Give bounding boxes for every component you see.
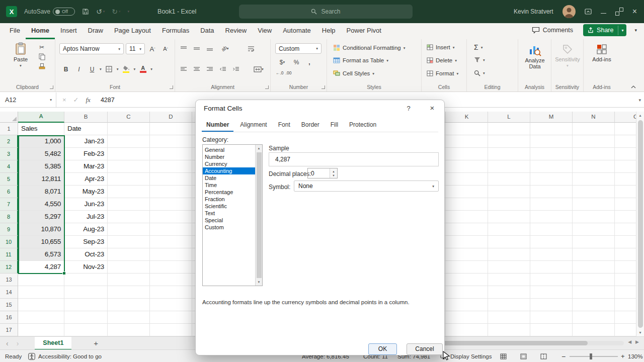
tab-formulas[interactable]: Formulas bbox=[156, 24, 195, 39]
cell-N3[interactable] bbox=[573, 148, 615, 160]
font-name-select[interactable]: Aptos Narrow▾ bbox=[59, 43, 124, 54]
cell-K12[interactable] bbox=[446, 261, 488, 274]
cell-N16[interactable] bbox=[573, 311, 615, 324]
cell-M7[interactable] bbox=[530, 198, 573, 211]
clipboard-dialog-launcher-icon[interactable] bbox=[50, 85, 53, 89]
cell-O3[interactable] bbox=[615, 148, 636, 160]
cell-B9[interactable]: Aug-23 bbox=[64, 223, 108, 236]
tab-file[interactable]: File bbox=[4, 24, 26, 39]
align-middle-button[interactable] bbox=[191, 44, 202, 53]
scroll-thumb[interactable] bbox=[257, 152, 262, 278]
cell-O4[interactable] bbox=[615, 160, 636, 173]
cell-D6[interactable] bbox=[150, 186, 192, 198]
cell-A13[interactable] bbox=[18, 274, 64, 286]
analyze-data-button[interactable]: Analyze Data bbox=[521, 43, 548, 69]
font-dialog-launcher-icon[interactable] bbox=[170, 85, 173, 89]
next-sheet-icon[interactable]: › bbox=[15, 339, 21, 347]
row-header-7[interactable]: 7 bbox=[0, 198, 18, 211]
cell-B15[interactable] bbox=[64, 299, 108, 311]
cell-C16[interactable] bbox=[108, 311, 150, 324]
scroll-down-icon[interactable]: ▼ bbox=[638, 329, 642, 336]
collapse-ribbon-button[interactable] bbox=[631, 85, 636, 88]
redo-button[interactable]: ↻▾ bbox=[112, 8, 120, 16]
column-header-K[interactable]: K bbox=[446, 112, 488, 123]
cell-N6[interactable] bbox=[573, 186, 615, 198]
scroll-up-icon[interactable]: ▲ bbox=[258, 145, 261, 152]
scroll-down-icon[interactable]: ▼ bbox=[258, 279, 261, 286]
cell-D14[interactable] bbox=[150, 286, 192, 299]
cell-K6[interactable] bbox=[446, 186, 488, 198]
cell-C15[interactable] bbox=[108, 299, 150, 311]
vertical-scroll-thumb[interactable] bbox=[638, 120, 643, 328]
cell-C1[interactable] bbox=[108, 123, 150, 135]
ok-button[interactable]: OK bbox=[368, 343, 397, 355]
dialog-tab-border[interactable]: Border bbox=[297, 119, 324, 132]
cell-A4[interactable]: 5,385 bbox=[18, 160, 64, 173]
cut-button[interactable]: ✂ bbox=[36, 42, 47, 52]
row-header-13[interactable]: 13 bbox=[0, 274, 18, 286]
conditional-formatting-button[interactable]: Conditional Formatting▾ bbox=[333, 44, 405, 51]
dialog-tab-fill[interactable]: Fill bbox=[326, 119, 343, 132]
cell-N8[interactable] bbox=[573, 211, 615, 223]
cell-D7[interactable] bbox=[150, 198, 192, 211]
alignment-dialog-launcher-icon[interactable] bbox=[265, 85, 269, 89]
cell-M17[interactable] bbox=[530, 324, 573, 336]
cell-D9[interactable] bbox=[150, 223, 192, 236]
cell-L13[interactable] bbox=[488, 274, 530, 286]
cell-K4[interactable] bbox=[446, 160, 488, 173]
column-header-M[interactable]: M bbox=[530, 112, 573, 123]
cell-B8[interactable]: Jul-23 bbox=[64, 211, 108, 223]
scroll-up-icon[interactable]: ▲ bbox=[638, 112, 642, 119]
cell-L6[interactable] bbox=[488, 186, 530, 198]
cell-C10[interactable] bbox=[108, 236, 150, 248]
cell-K14[interactable] bbox=[446, 286, 488, 299]
row-header-5[interactable]: 5 bbox=[0, 173, 18, 186]
confirm-entry-icon[interactable]: ✓ bbox=[73, 96, 79, 104]
bold-button[interactable]: B bbox=[60, 64, 71, 74]
category-list-scrollbar[interactable]: ▲ ▼ bbox=[255, 145, 262, 286]
dialog-tab-protection[interactable]: Protection bbox=[345, 119, 381, 132]
spinner-down-icon[interactable]: ▼ bbox=[332, 174, 335, 177]
cell-L1[interactable] bbox=[488, 123, 530, 135]
increase-indent-button[interactable] bbox=[230, 64, 242, 74]
cell-D8[interactable] bbox=[150, 211, 192, 223]
font-size-select[interactable]: 11▾ bbox=[126, 43, 145, 54]
tab-automate[interactable]: Automate bbox=[277, 24, 316, 39]
align-top-button[interactable] bbox=[178, 44, 189, 53]
cell-C7[interactable] bbox=[108, 198, 150, 211]
cell-K2[interactable] bbox=[446, 135, 488, 148]
cell-B2[interactable]: Jan-23 bbox=[64, 135, 108, 148]
cell-B10[interactable]: Sep-23 bbox=[64, 236, 108, 248]
cell-A17[interactable] bbox=[18, 324, 64, 336]
symbol-dropdown[interactable]: None ▾ bbox=[294, 180, 439, 192]
column-header-C[interactable]: C bbox=[108, 112, 150, 123]
cell-A6[interactable]: 8,071 bbox=[18, 186, 64, 198]
row-header-15[interactable]: 15 bbox=[0, 299, 18, 311]
cell-K9[interactable] bbox=[446, 223, 488, 236]
row-header-11[interactable]: 11 bbox=[0, 248, 18, 261]
decimal-places-input[interactable]: 0 ▲▼ bbox=[307, 168, 338, 178]
cell-K17[interactable] bbox=[446, 324, 488, 336]
cell-L11[interactable] bbox=[488, 248, 530, 261]
cell-C6[interactable] bbox=[108, 186, 150, 198]
cell-C13[interactable] bbox=[108, 274, 150, 286]
cell-K13[interactable] bbox=[446, 274, 488, 286]
cell-B3[interactable]: Feb-23 bbox=[64, 148, 108, 160]
cell-L15[interactable] bbox=[488, 299, 530, 311]
share-dropdown[interactable]: ▾ bbox=[618, 26, 626, 35]
cell-K3[interactable] bbox=[446, 148, 488, 160]
zoom-slider-thumb[interactable] bbox=[590, 353, 592, 359]
cell-O13[interactable] bbox=[615, 274, 636, 286]
cell-M12[interactable] bbox=[530, 261, 573, 274]
align-bottom-button[interactable] bbox=[204, 44, 215, 53]
tab-home[interactable]: Home bbox=[26, 24, 55, 39]
cell-K8[interactable] bbox=[446, 211, 488, 223]
cell-O9[interactable] bbox=[615, 223, 636, 236]
category-item-time[interactable]: Time bbox=[203, 182, 255, 189]
row-header-14[interactable]: 14 bbox=[0, 286, 18, 299]
cell-M6[interactable] bbox=[530, 186, 573, 198]
number-dialog-launcher-icon[interactable] bbox=[321, 85, 325, 89]
tab-review[interactable]: Review bbox=[220, 24, 253, 39]
autosave-switch[interactable]: Off bbox=[53, 8, 75, 16]
undo-button[interactable]: ↺▾ bbox=[96, 8, 105, 16]
